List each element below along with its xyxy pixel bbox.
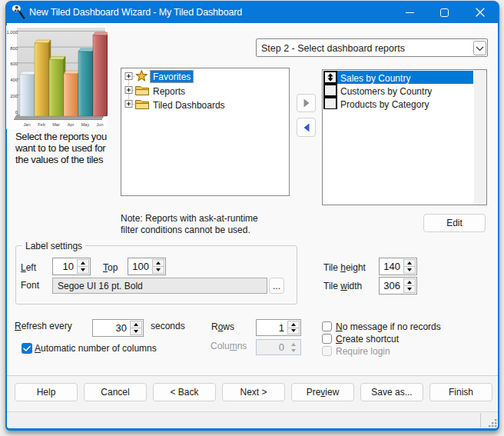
svg-text:Jan: Jan <box>23 122 30 127</box>
svg-text:Jun: Jun <box>96 122 103 127</box>
svg-text:Feb: Feb <box>38 122 45 127</box>
svg-text:1,000: 1,000 <box>6 30 18 35</box>
svg-text:May: May <box>81 122 90 127</box>
svg-text:800: 800 <box>10 46 18 51</box>
svg-text:0: 0 <box>15 110 18 115</box>
svg-text:600: 600 <box>10 62 18 66</box>
svg-text:400: 400 <box>10 78 18 82</box>
svg-text:Apr: Apr <box>68 122 75 127</box>
svg-text:200: 200 <box>10 94 18 98</box>
svg-text:Mar: Mar <box>52 122 60 127</box>
